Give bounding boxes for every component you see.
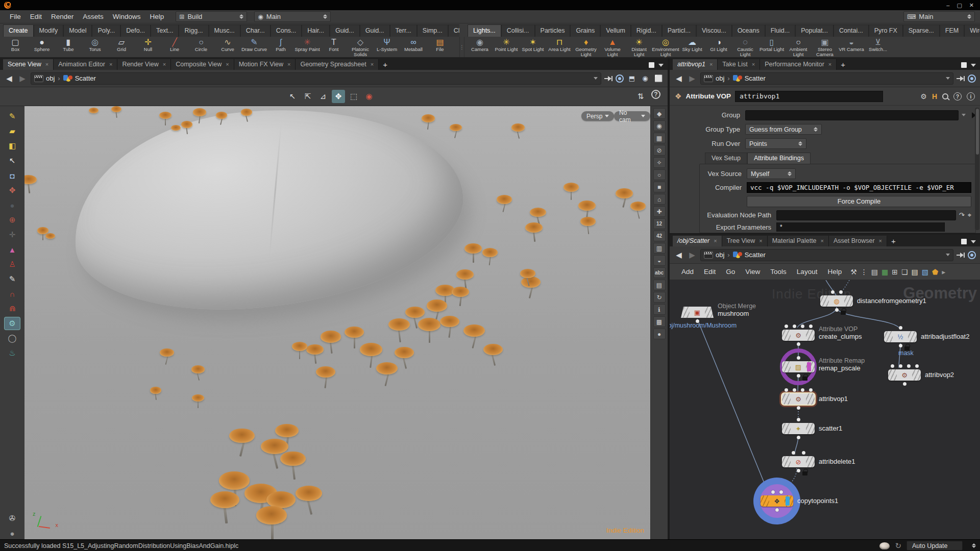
- magnet-alt-icon[interactable]: ⋒: [5, 303, 20, 315]
- shelf-tab-lights[interactable]: Lights...: [468, 24, 501, 37]
- radial-spinner[interactable]: [319, 14, 327, 19]
- group-type-select[interactable]: Guess from Group: [745, 124, 822, 135]
- shelf-tool-metaball[interactable]: ∞Metaball: [400, 38, 427, 52]
- auto-update-spinner[interactable]: [968, 543, 976, 548]
- memory-brain-icon[interactable]: [879, 542, 890, 549]
- desktop-spinner[interactable]: [235, 14, 243, 19]
- handles-tool-icon[interactable]: ✛: [5, 229, 20, 241]
- node-input[interactable]: [802, 451, 805, 455]
- close-tab-icon[interactable]: ×: [163, 61, 166, 67]
- shelf-tool-curve[interactable]: ∿Curve: [214, 38, 241, 52]
- node-input[interactable]: [779, 490, 783, 494]
- path-dropdown-icon[interactable]: [946, 77, 950, 80]
- shelf-tool-geometry-light[interactable]: ♦Geometry Light: [573, 38, 599, 57]
- shortcuts-spinner[interactable]: [963, 14, 971, 19]
- node-output[interactable]: [835, 308, 839, 312]
- menu-render[interactable]: Render: [46, 13, 78, 20]
- menu-edit[interactable]: Edit: [699, 268, 720, 276]
- group-type-spinner[interactable]: [810, 127, 818, 132]
- path-dropdown-icon[interactable]: [594, 77, 598, 80]
- node-attribdelete1[interactable]: ⊘: [782, 456, 815, 467]
- scene-tab-scene-view[interactable]: Scene View×: [3, 59, 54, 70]
- add-view-icon[interactable]: ✚: [653, 206, 666, 217]
- node-output[interactable]: [775, 508, 779, 512]
- shelf-tab-guid[interactable]: Guid...: [360, 24, 390, 37]
- fill-brush-icon[interactable]: ◧: [5, 140, 20, 152]
- display-grid-icon[interactable]: ▦: [653, 133, 666, 143]
- projection-pill[interactable]: Persp: [581, 111, 614, 121]
- view-plain-button[interactable]: ⬜: [653, 74, 664, 83]
- link-radar-icon[interactable]: [968, 251, 976, 259]
- pose-tool-icon[interactable]: ▲: [5, 243, 20, 256]
- shelf-divider[interactable]: ⋮: [459, 37, 464, 57]
- network-path-field[interactable]: obj › Scatter: [700, 249, 953, 261]
- help-icon[interactable]: ?: [953, 92, 962, 101]
- close-tab-icon[interactable]: ×: [714, 238, 717, 244]
- pin-pane-icon[interactable]: [604, 76, 612, 81]
- display-options-sort-icon[interactable]: ⇅: [634, 90, 647, 103]
- close-tab-icon[interactable]: ×: [287, 61, 290, 67]
- camera-pill[interactable]: No cam: [614, 111, 650, 121]
- node-attribadjustfloat2[interactable]: ½: [884, 331, 917, 342]
- forward-arrow-icon[interactable]: ▶: [687, 251, 697, 260]
- shelf-tab-create[interactable]: Create: [3, 24, 34, 37]
- group-input[interactable]: [745, 110, 959, 120]
- shelf-tool-file[interactable]: ▤File: [427, 38, 453, 52]
- network-tab-material-palette[interactable]: Material Palette×: [768, 236, 829, 246]
- menu-help[interactable]: Help: [145, 13, 169, 20]
- menu-view[interactable]: View: [741, 268, 765, 276]
- shelf-tab-modify[interactable]: Modify: [34, 24, 64, 37]
- maximize-button[interactable]: ▢: [957, 2, 962, 9]
- path-context-obj[interactable]: obj: [34, 74, 55, 82]
- params-tab-performance-monitor[interactable]: Performance Monitor×: [760, 59, 837, 70]
- node-input[interactable]: [793, 324, 796, 328]
- node-input[interactable]: [831, 290, 835, 294]
- shelf-tool-area-light[interactable]: ⊓Area Light: [546, 38, 573, 52]
- node-output[interactable]: [899, 344, 902, 347]
- close-button[interactable]: ✕: [969, 2, 974, 9]
- shelf-tool-stereo-camera[interactable]: ▣Stereo Camera: [812, 38, 838, 57]
- text-overlay-icon[interactable]: abc: [653, 267, 666, 278]
- path-node-scatter[interactable]: Scatter: [733, 251, 766, 259]
- shade-mode-icon[interactable]: ○: [653, 169, 666, 180]
- secure-selection-icon[interactable]: ◉: [362, 90, 376, 103]
- scene-tab-render-view[interactable]: Render View×: [117, 59, 171, 70]
- node-input[interactable]: [899, 364, 902, 368]
- shelf-tool-switch[interactable]: ⊻Switch...: [865, 38, 891, 52]
- menu-file[interactable]: File: [5, 13, 26, 20]
- close-tab-icon[interactable]: ×: [709, 61, 713, 67]
- node-input[interactable]: [792, 451, 795, 455]
- scene-tab-geometry-spreadsheet[interactable]: Geometry Spreadsheet×: [296, 59, 379, 70]
- shelf-tab-poly[interactable]: Poly...: [92, 24, 120, 37]
- close-tab-icon[interactable]: ×: [752, 61, 755, 67]
- shelf-tab-cons[interactable]: Cons...: [271, 24, 302, 37]
- shelf-tab-rigg[interactable]: Rigg...: [179, 24, 208, 37]
- node-output[interactable]: [903, 382, 906, 386]
- params-scrollbar[interactable]: [975, 108, 979, 230]
- palette-icon[interactable]: ▦: [881, 268, 888, 276]
- box-select-icon[interactable]: ⬚: [347, 90, 360, 103]
- export-parameters-input[interactable]: *: [776, 222, 945, 232]
- close-tab-icon[interactable]: ×: [226, 61, 229, 67]
- shelf-tab-simp[interactable]: Simp...: [417, 24, 448, 37]
- shelf-tab-guid[interactable]: Guid...: [330, 24, 360, 37]
- marker-icon[interactable]: ▰: [5, 125, 20, 137]
- gear-tool-icon[interactable]: ⚙: [5, 317, 20, 330]
- add-pane-tab-button[interactable]: +: [379, 60, 391, 70]
- vex-source-select[interactable]: Myself: [747, 168, 796, 179]
- back-arrow-icon[interactable]: ◀: [674, 74, 684, 83]
- menu-help[interactable]: Help: [823, 268, 846, 276]
- close-tab-icon[interactable]: ×: [759, 238, 762, 244]
- shelf-tab-viscou[interactable]: Viscou...: [696, 24, 732, 37]
- scale-tool-icon[interactable]: ⊕: [5, 214, 20, 226]
- node-input[interactable]: [797, 418, 800, 421]
- node-distancefromgeometry1[interactable]: ◍: [820, 295, 853, 307]
- info-icon[interactable]: i: [967, 92, 975, 101]
- path-node-scatter[interactable]: Scatter: [63, 74, 96, 82]
- back-arrow-icon[interactable]: ◀: [4, 74, 14, 83]
- shelf-tool-sphere[interactable]: ●Sphere: [29, 38, 55, 52]
- scene-tab-motion-fx-view[interactable]: Motion FX View×: [234, 59, 296, 70]
- scene-tab-animation-editor[interactable]: Animation Editor×: [54, 59, 117, 70]
- tab-vex-setup[interactable]: Vex Setup: [705, 153, 747, 164]
- close-tab-icon[interactable]: ×: [109, 61, 112, 67]
